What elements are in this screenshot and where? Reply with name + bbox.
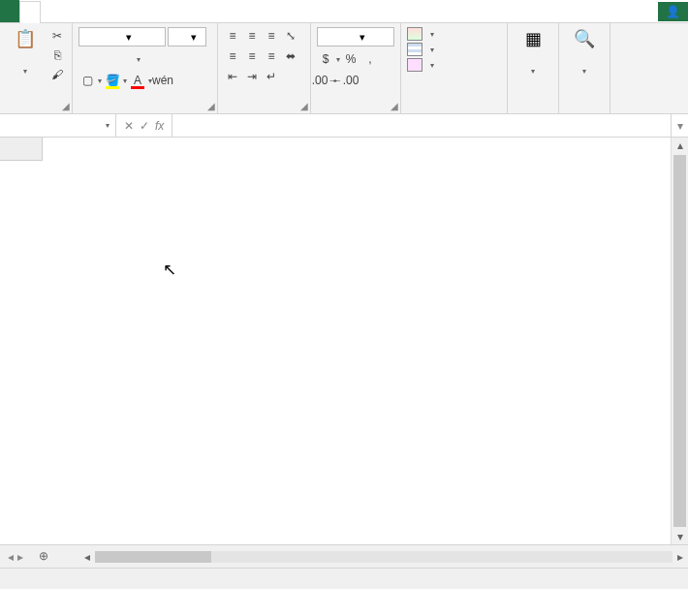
group-label-clipboard: [6, 109, 66, 111]
number-format-combo[interactable]: ▾: [317, 27, 394, 46]
tab-page-layout[interactable]: [60, 0, 79, 22]
tab-developer[interactable]: [157, 0, 176, 22]
group-label-number: [317, 109, 394, 111]
cells-area[interactable]: ↖: [43, 161, 671, 544]
tab-formulas[interactable]: [79, 0, 99, 22]
share-button[interactable]: 👤: [658, 2, 688, 21]
mouse-cursor-icon: ↖: [163, 260, 176, 280]
font-size-combo[interactable]: ▾: [168, 27, 206, 46]
scroll-up-button[interactable]: ▴: [672, 138, 688, 153]
expand-formula-bar[interactable]: ▾: [671, 114, 688, 137]
merge-button[interactable]: ⬌: [282, 47, 299, 65]
orientation-button[interactable]: ⤡: [282, 27, 299, 45]
status-bar: [0, 568, 688, 589]
add-sheet-button[interactable]: ⊕: [31, 545, 56, 568]
group-cells: ▦ ▾: [508, 23, 559, 113]
cell-styles-button[interactable]: ▾: [407, 58, 434, 72]
comma-button[interactable]: ,: [361, 50, 379, 68]
scroll-right-button[interactable]: ▸: [672, 550, 688, 564]
cells-icon: ▦: [521, 27, 545, 50]
enter-formula-button[interactable]: ✓: [140, 119, 149, 133]
formula-bar: ▾ ✕ ✓ fx ▾: [0, 114, 688, 138]
bold-button[interactable]: [78, 50, 96, 68]
conditional-format-button[interactable]: ▾: [407, 27, 434, 41]
font-launcher[interactable]: ◢: [207, 101, 215, 111]
format-painter-button[interactable]: 🖌: [48, 66, 66, 83]
paste-icon: 📋: [14, 27, 37, 50]
group-label-alignment: [224, 109, 304, 111]
hscroll-thumb[interactable]: [95, 551, 211, 563]
fill-color-button[interactable]: 🪣: [104, 72, 121, 89]
tab-data[interactable]: [99, 0, 118, 22]
wrap-text-button[interactable]: ↵: [263, 68, 280, 85]
tab-view[interactable]: [138, 0, 157, 22]
cut-button[interactable]: ✂: [48, 27, 66, 45]
sheet-nav-prev[interactable]: ◂: [8, 550, 14, 564]
select-all-corner[interactable]: [0, 138, 43, 161]
format-as-table-button[interactable]: ▾: [407, 43, 434, 56]
ribbon-tabs: 👤: [0, 0, 688, 23]
decrease-decimal-button[interactable]: ←.00: [336, 72, 354, 89]
editing-button[interactable]: 🔍 ▾: [565, 27, 604, 77]
align-bottom-button[interactable]: ≡: [263, 27, 280, 45]
decrease-indent-button[interactable]: ⇤: [224, 68, 241, 85]
horizontal-scrollbar[interactable]: ◂ ▸: [79, 545, 688, 568]
underline-button[interactable]: [117, 50, 135, 68]
tab-home[interactable]: [19, 1, 41, 23]
name-box[interactable]: ▾: [0, 114, 116, 137]
group-number: ▾ $▾ % , .00→ ←.00 ◢: [311, 23, 401, 113]
align-right-button[interactable]: ≡: [263, 47, 280, 65]
fx-button[interactable]: fx: [155, 119, 164, 133]
percent-button[interactable]: %: [342, 50, 360, 68]
italic-button[interactable]: [98, 50, 115, 68]
border-button[interactable]: ▢: [78, 72, 96, 89]
group-label-styles: [407, 109, 501, 111]
increase-font-button[interactable]: [142, 50, 160, 68]
formula-input[interactable]: [172, 114, 671, 137]
vscroll-thumb[interactable]: [673, 155, 686, 527]
alignment-launcher[interactable]: ◢: [300, 101, 308, 111]
vertical-scrollbar[interactable]: ▴ ▾: [671, 138, 688, 544]
tab-review[interactable]: [118, 0, 138, 22]
column-headers: [43, 138, 671, 161]
align-top-button[interactable]: ≡: [224, 27, 241, 45]
row-headers: [0, 161, 43, 544]
editing-icon: 🔍: [573, 27, 596, 50]
group-font: ▾ ▾ ▾ ▢▾ 🪣▾ A▾ wén ◢: [73, 23, 218, 113]
copy-button[interactable]: ⎘: [48, 46, 66, 64]
scroll-left-button[interactable]: ◂: [79, 550, 95, 564]
font-color-button[interactable]: A: [129, 72, 146, 89]
decrease-font-button[interactable]: [162, 50, 179, 68]
sheet-nav-next[interactable]: ▸: [17, 550, 23, 564]
tab-file[interactable]: [0, 0, 19, 22]
increase-indent-button[interactable]: ⇥: [243, 68, 261, 85]
align-left-button[interactable]: ≡: [224, 47, 241, 65]
scroll-down-button[interactable]: ▾: [672, 529, 688, 544]
tab-insert[interactable]: [41, 0, 60, 22]
align-center-button[interactable]: ≡: [243, 47, 261, 65]
group-editing: 🔍 ▾: [559, 23, 610, 113]
worksheet-grid: ↖ ▴ ▾: [0, 138, 688, 544]
group-styles: ▾ ▾ ▾: [401, 23, 508, 113]
ribbon: 📋 ▾ ✂ ⎘ 🖌 ◢ ▾ ▾ ▾: [0, 23, 688, 114]
tab-powerpivot[interactable]: [176, 0, 196, 22]
group-label-font: [78, 109, 211, 111]
group-label-cells: [514, 109, 552, 111]
font-name-combo[interactable]: ▾: [78, 27, 166, 46]
group-clipboard: 📋 ▾ ✂ ⎘ 🖌 ◢: [0, 23, 73, 113]
cancel-formula-button[interactable]: ✕: [124, 119, 134, 133]
align-middle-button[interactable]: ≡: [243, 27, 261, 45]
phonetic-button[interactable]: wén: [154, 72, 172, 89]
currency-button[interactable]: $: [317, 50, 334, 68]
clipboard-launcher[interactable]: ◢: [62, 101, 70, 111]
number-launcher[interactable]: ◢: [391, 101, 398, 111]
paste-button[interactable]: 📋 ▾: [6, 27, 45, 77]
cells-button[interactable]: ▦ ▾: [514, 27, 552, 77]
group-label-editing: [565, 109, 604, 111]
group-alignment: ≡ ≡ ≡ ⤡ ≡ ≡ ≡ ⬌ ⇤ ⇥ ↵ ◢: [218, 23, 311, 113]
sheet-tab-bar: ◂ ▸ ⊕ ◂ ▸: [0, 544, 688, 568]
